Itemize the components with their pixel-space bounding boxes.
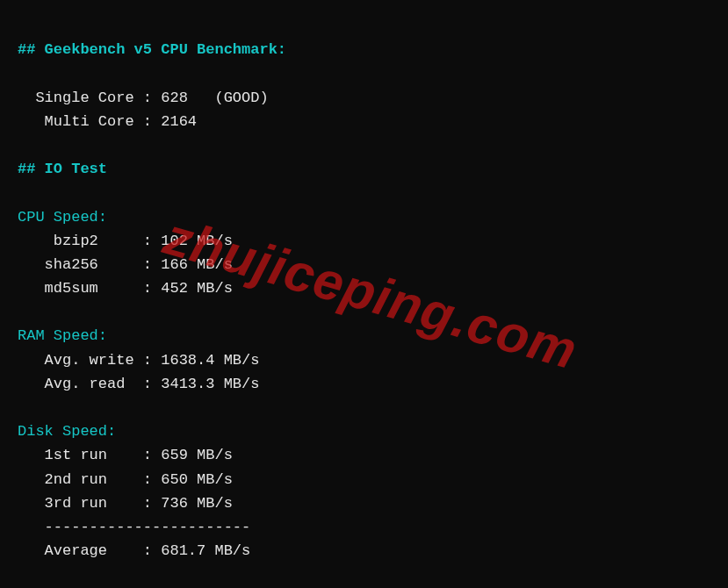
- geekbench-heading: ## Geekbench v5 CPU Benchmark:: [18, 41, 286, 58]
- single-core-label: Single Core :: [18, 90, 161, 106]
- disk-run3-label: 3rd run :: [18, 495, 161, 512]
- disk-divider: -----------------------: [18, 519, 250, 535]
- disk-run1-label: 1st run :: [18, 447, 161, 463]
- single-core-value: 628 (GOOD): [161, 90, 268, 106]
- ram-read-label: Avg. read :: [18, 376, 161, 392]
- bzip2-value: 102 MB/s: [161, 233, 233, 249]
- disk-run1-value: 659 MB/s: [161, 447, 233, 463]
- sha256-label: sha256 :: [18, 256, 161, 273]
- disk-avg-value: 681.7 MB/s: [161, 542, 250, 559]
- ram-read-value: 3413.3 MB/s: [161, 376, 259, 392]
- ram-speed-heading: RAM Speed:: [18, 327, 107, 344]
- multi-core-label: Multi Core :: [18, 113, 161, 130]
- cpu-speed-heading: CPU Speed:: [18, 209, 107, 226]
- disk-run2-value: 650 MB/s: [161, 471, 233, 488]
- disk-run3-value: 736 MB/s: [161, 495, 233, 512]
- ram-write-value: 1638.4 MB/s: [161, 352, 259, 369]
- terminal-output: ## Geekbench v5 CPU Benchmark: Single Co…: [0, 0, 728, 577]
- multi-core-value: 2164: [161, 113, 197, 130]
- sha256-value: 166 MB/s: [161, 256, 233, 273]
- disk-run2-label: 2nd run :: [18, 471, 161, 488]
- disk-avg-label: Average :: [18, 542, 161, 559]
- md5sum-label: md5sum :: [18, 280, 161, 297]
- bzip2-label: bzip2 :: [18, 233, 161, 249]
- disk-speed-heading: Disk Speed:: [18, 423, 116, 440]
- md5sum-value: 452 MB/s: [161, 280, 233, 297]
- ram-write-label: Avg. write :: [18, 352, 161, 369]
- io-test-heading: ## IO Test: [18, 161, 107, 177]
